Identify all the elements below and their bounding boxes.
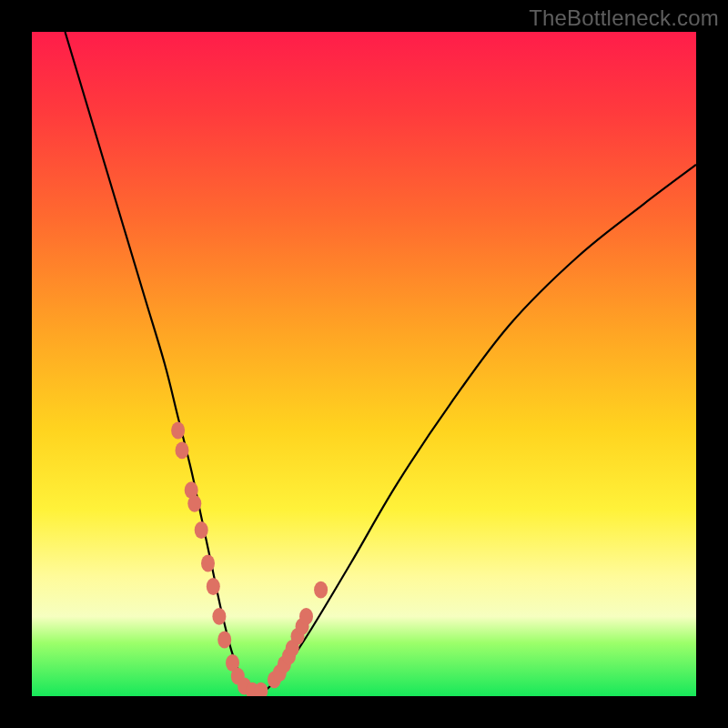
marker-dot (176, 442, 189, 460)
bottleneck-curve (66, 32, 697, 693)
chart-frame: TheBottleneck.com (0, 0, 728, 728)
svg-point-7 (212, 608, 226, 625)
svg-point-6 (207, 578, 220, 595)
marker-dot (207, 578, 220, 595)
svg-point-21 (299, 608, 313, 625)
marker-dot (314, 581, 328, 599)
svg-point-22 (314, 581, 328, 599)
svg-point-5 (201, 555, 215, 572)
marker-dot (187, 495, 201, 512)
highlight-markers (171, 422, 328, 696)
svg-point-4 (195, 521, 208, 539)
plot-area (32, 32, 696, 696)
curve-svg (32, 32, 696, 696)
marker-dot (171, 422, 185, 440)
marker-dot (217, 632, 231, 649)
marker-dot (195, 521, 208, 539)
marker-dot (201, 555, 215, 572)
svg-point-8 (217, 632, 231, 649)
marker-dot (299, 608, 313, 625)
svg-point-0 (171, 422, 185, 440)
watermark-text: TheBottleneck.com (529, 5, 719, 31)
marker-dot (212, 608, 226, 625)
svg-point-1 (176, 442, 189, 460)
svg-point-3 (187, 495, 201, 512)
